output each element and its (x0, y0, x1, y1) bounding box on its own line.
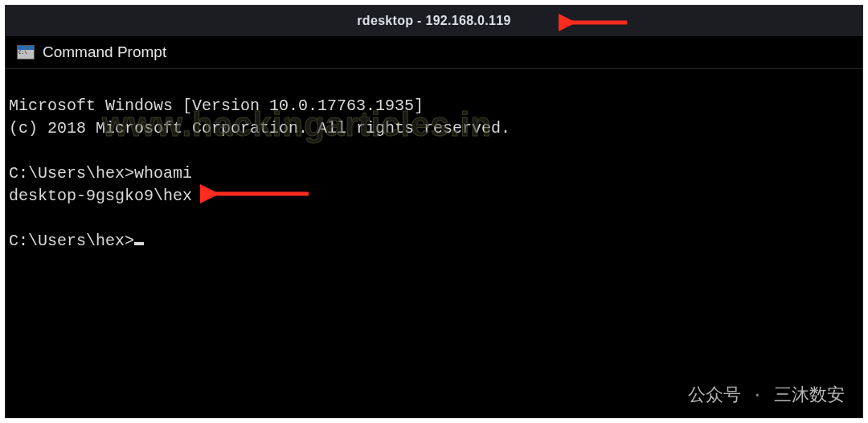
terminal-prompt: C:\Users\hex> (9, 164, 134, 183)
annotation-arrow (200, 135, 313, 253)
cmd-titlebar[interactable]: Command Prompt (6, 36, 862, 69)
terminal-command: whoami (134, 164, 192, 183)
cmd-title-text: Command Prompt (43, 43, 166, 61)
command-prompt-icon (17, 45, 35, 60)
wechat-account: 三沐数安 (774, 385, 845, 408)
wechat-separator: · (749, 385, 766, 408)
terminal-prompt: C:\Users\hex> (9, 232, 134, 250)
rdesktop-title-text: rdesktop - 192.168.0.119 (357, 14, 510, 28)
wechat-label: 公众号 (688, 385, 741, 408)
cmd-window: Command Prompt www.hackingarticles.inMic… (6, 36, 862, 418)
terminal-line: (c) 2018 Microsoft Corporation. All righ… (9, 119, 510, 138)
terminal-cursor (134, 242, 144, 245)
terminal-line: desktop-9gsgko9\hex (9, 187, 192, 205)
terminal-output[interactable]: www.hackingarticles.inMicrosoft Windows … (6, 69, 862, 418)
rdesktop-window: rdesktop - 192.168.0.119 Command Prompt … (5, 5, 863, 418)
wechat-attribution: 公众号 · 三沐数安 (653, 383, 845, 410)
rdesktop-titlebar[interactable]: rdesktop - 192.168.0.119 (6, 6, 862, 37)
wechat-icon (653, 383, 680, 410)
terminal-line: Microsoft Windows [Version 10.0.17763.19… (9, 97, 424, 115)
